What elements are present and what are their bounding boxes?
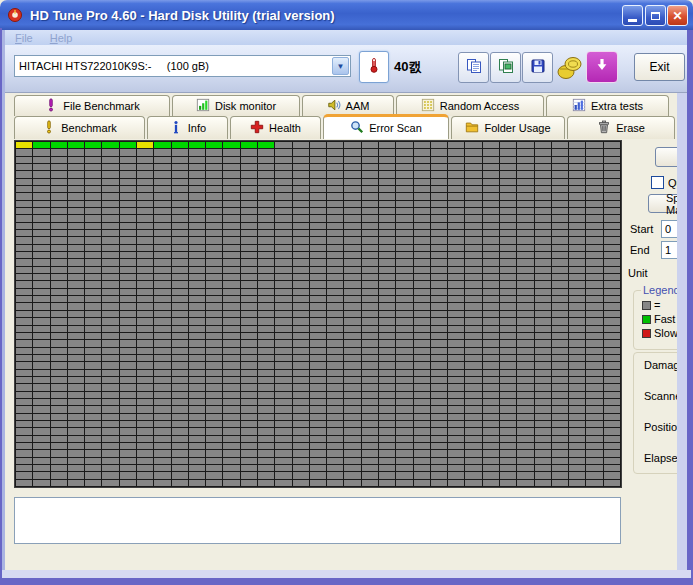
scan-block xyxy=(500,428,516,434)
scan-block xyxy=(137,392,153,398)
tab-error-scan[interactable]: Error Scan xyxy=(323,114,449,139)
scan-block xyxy=(379,370,395,376)
scan-block xyxy=(431,237,447,243)
scan-block xyxy=(68,443,84,449)
scan-block xyxy=(206,384,222,390)
quick-scan-checkbox[interactable] xyxy=(651,176,664,189)
scan-block xyxy=(604,318,620,324)
minimize-icon xyxy=(628,19,637,22)
scan-block xyxy=(327,186,343,192)
scan-block xyxy=(223,252,239,258)
scan-block xyxy=(569,370,585,376)
scan-block xyxy=(206,414,222,420)
scan-block xyxy=(223,333,239,339)
tab-folder-usage[interactable]: Folder Usage xyxy=(451,116,565,139)
scan-block xyxy=(258,289,274,295)
scan-block xyxy=(414,348,430,354)
register-button[interactable] xyxy=(556,55,584,85)
scan-block xyxy=(258,370,274,376)
scan-block xyxy=(500,450,516,456)
scan-block xyxy=(604,223,620,229)
scan-block xyxy=(16,193,32,199)
scan-block xyxy=(68,362,84,368)
scan-block xyxy=(68,193,84,199)
tab-info[interactable]: Info xyxy=(147,116,228,139)
menu-item-help[interactable]: Help xyxy=(46,32,77,44)
scan-block xyxy=(586,171,602,177)
copy-image-button[interactable] xyxy=(490,52,521,83)
scan-block xyxy=(33,164,49,170)
scan-block xyxy=(448,289,464,295)
scan-block xyxy=(327,274,343,280)
scan-block xyxy=(223,157,239,163)
tab-random-access[interactable]: Random Access xyxy=(396,95,544,116)
tab-aam[interactable]: AAM xyxy=(302,95,394,116)
scan-block xyxy=(448,399,464,405)
scan-block xyxy=(241,333,257,339)
scan-block xyxy=(241,149,257,155)
scan-block xyxy=(586,201,602,207)
scan-block xyxy=(327,318,343,324)
scan-block xyxy=(414,443,430,449)
exit-button[interactable]: Exit xyxy=(634,53,685,81)
scan-block xyxy=(344,179,360,185)
scan-block xyxy=(396,377,412,383)
window-border-right-inner xyxy=(677,93,687,577)
scan-block xyxy=(223,179,239,185)
scan-block xyxy=(172,281,188,287)
scan-block xyxy=(396,311,412,317)
scan-block xyxy=(137,377,153,383)
scan-block xyxy=(431,480,447,486)
scan-block xyxy=(344,296,360,302)
scan-block xyxy=(206,443,222,449)
scan-block xyxy=(68,157,84,163)
scan-block xyxy=(379,230,395,236)
scan-block xyxy=(379,377,395,383)
scan-block xyxy=(33,149,49,155)
download-button[interactable] xyxy=(586,51,618,83)
scan-block xyxy=(85,414,101,420)
scan-block xyxy=(33,392,49,398)
tab-benchmark[interactable]: Benchmark xyxy=(14,116,145,139)
scan-block xyxy=(569,340,585,346)
scan-block xyxy=(396,201,412,207)
tab-file-benchmark[interactable]: File Benchmark xyxy=(14,95,170,116)
scan-block xyxy=(517,421,533,427)
scan-block xyxy=(154,164,170,170)
scan-block xyxy=(310,142,326,148)
scan-block xyxy=(68,223,84,229)
close-button[interactable]: ✕ xyxy=(667,5,688,26)
scan-block xyxy=(604,480,620,486)
maximize-button[interactable] xyxy=(645,5,666,26)
scan-block xyxy=(379,193,395,199)
scan-block xyxy=(293,193,309,199)
scan-block xyxy=(172,186,188,192)
scan-block xyxy=(172,311,188,317)
tab-health[interactable]: Health xyxy=(230,116,321,139)
tab-disk-monitor[interactable]: Disk monitor xyxy=(172,95,300,116)
drive-select[interactable]: HITACHI HTS722010K9S:- (100 gB) ▼ xyxy=(14,55,351,77)
scan-block xyxy=(258,252,274,258)
temperature-button[interactable] xyxy=(359,51,389,83)
scan-block xyxy=(241,384,257,390)
window-border-right xyxy=(687,30,693,579)
scan-block xyxy=(379,472,395,478)
scan-block xyxy=(16,333,32,339)
copy-text-button[interactable] xyxy=(458,52,489,83)
scan-block xyxy=(552,274,568,280)
menu-item-file[interactable]: File xyxy=(11,32,37,44)
minimize-button[interactable] xyxy=(622,5,643,26)
scan-block xyxy=(51,259,67,265)
scan-block xyxy=(431,193,447,199)
chevron-down-icon[interactable]: ▼ xyxy=(332,57,349,75)
scan-block xyxy=(137,289,153,295)
tab-extra-tests[interactable]: Extra tests xyxy=(546,95,669,116)
scan-block xyxy=(102,333,118,339)
scan-block xyxy=(102,370,118,376)
save-button[interactable] xyxy=(522,52,553,83)
scan-block xyxy=(137,362,153,368)
scan-block xyxy=(500,179,516,185)
scan-block xyxy=(500,303,516,309)
scan-block xyxy=(206,355,222,361)
tab-erase[interactable]: Erase xyxy=(567,116,675,139)
